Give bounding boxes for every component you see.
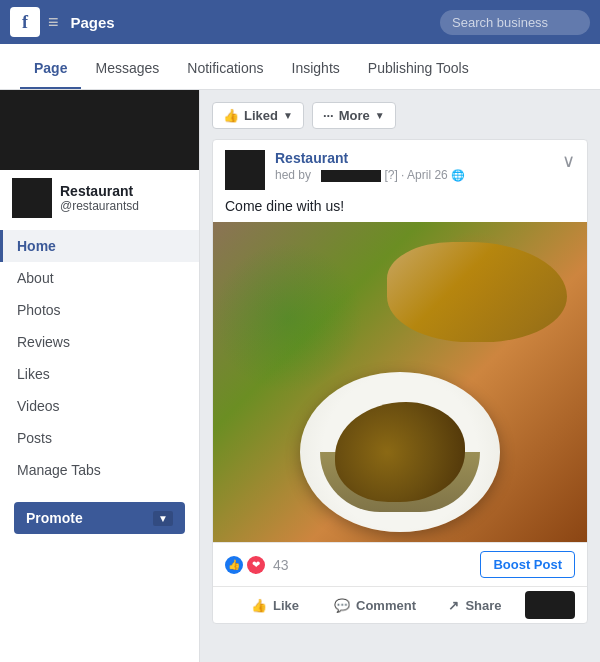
liked-button[interactable]: 👍 Liked ▼ — [212, 102, 304, 129]
top-nav: f ≡ Pages — [0, 0, 600, 44]
sidebar: Restaurant @restaurantsd Home About Phot… — [0, 90, 200, 662]
food-on-plate — [335, 402, 465, 502]
chevron-down-icon: ▼ — [375, 110, 385, 121]
thumbs-up-reaction: 👍 — [225, 556, 243, 574]
reactions-left: 👍 ❤ 43 — [225, 556, 289, 574]
sidebar-item-photos[interactable]: Photos — [0, 294, 199, 326]
chevron-down-icon: ▼ — [283, 110, 293, 121]
sidebar-nav: Home About Photos Reviews Likes Videos P… — [0, 230, 199, 486]
comment-icon: 💬 — [334, 598, 350, 613]
like-action[interactable]: 👍 Like — [225, 592, 325, 619]
profile-handle: @restaurantsd — [60, 199, 139, 213]
tab-page[interactable]: Page — [20, 49, 81, 89]
profile-info: Restaurant @restaurantsd — [0, 170, 199, 226]
action-bar: 👍 Liked ▼ ··· More ▼ — [212, 102, 588, 129]
facebook-logo: f — [10, 7, 40, 37]
post-reactions: 👍 ❤ 43 Boost Post — [213, 542, 587, 586]
reaction-count: 43 — [273, 557, 289, 573]
promote-button[interactable]: Promote ▼ — [14, 502, 185, 534]
profile-name: Restaurant — [60, 183, 139, 199]
like-icon: 👍 — [251, 598, 267, 613]
tab-publishing-tools[interactable]: Publishing Tools — [354, 49, 483, 89]
sidebar-item-home[interactable]: Home — [0, 230, 199, 262]
sidebar-item-reviews[interactable]: Reviews — [0, 326, 199, 358]
sidebar-item-videos[interactable]: Videos — [0, 390, 199, 422]
post-card: Restaurant hed by [?] · April 26 🌐 ∨ — [212, 139, 588, 624]
post-image — [213, 222, 587, 542]
boost-post-button[interactable]: Boost Post — [480, 551, 575, 578]
thumbs-up-icon: 👍 — [223, 108, 239, 123]
post-options-button[interactable]: ∨ — [562, 150, 575, 172]
pages-label: Pages — [71, 14, 432, 31]
search-input[interactable] — [440, 10, 590, 35]
post-body-text: Come dine with us! — [213, 196, 587, 222]
profile-cover — [0, 90, 199, 170]
sidebar-item-about[interactable]: About — [0, 262, 199, 294]
comment-input-preview[interactable] — [525, 591, 575, 619]
profile-avatar — [12, 178, 52, 218]
main-layout: Restaurant @restaurantsd Home About Phot… — [0, 90, 600, 662]
tab-notifications[interactable]: Notifications — [173, 49, 277, 89]
share-action[interactable]: ↗ Share — [425, 592, 525, 619]
more-button[interactable]: ··· More ▼ — [312, 102, 396, 129]
sidebar-item-manage-tabs[interactable]: Manage Tabs — [0, 454, 199, 486]
comment-action[interactable]: 💬 Comment — [325, 592, 425, 619]
sidebar-item-posts[interactable]: Posts — [0, 422, 199, 454]
tab-insights[interactable]: Insights — [278, 49, 354, 89]
food-plate — [300, 372, 500, 532]
post-meta: hed by [?] · April 26 🌐 — [275, 168, 465, 182]
sub-nav: Page Messages Notifications Insights Pub… — [0, 44, 600, 90]
content-area: 👍 Liked ▼ ··· More ▼ Restaurant hed b — [200, 90, 600, 662]
food-image — [213, 222, 587, 542]
hamburger-icon[interactable]: ≡ — [48, 12, 59, 33]
heart-reaction: ❤ — [247, 556, 265, 574]
chevron-down-icon: ▼ — [153, 511, 173, 526]
globe-icon: 🌐 — [451, 169, 465, 181]
sidebar-item-likes[interactable]: Likes — [0, 358, 199, 390]
post-author-tag — [321, 170, 381, 182]
post-actions: 👍 Like 💬 Comment ↗ Share — [213, 586, 587, 623]
post-author-name[interactable]: Restaurant — [275, 150, 465, 166]
post-avatar — [225, 150, 265, 190]
post-header: Restaurant hed by [?] · April 26 🌐 ∨ — [213, 140, 587, 196]
tab-messages[interactable]: Messages — [81, 49, 173, 89]
more-dots-icon: ··· — [323, 108, 334, 123]
share-icon: ↗ — [448, 598, 459, 613]
